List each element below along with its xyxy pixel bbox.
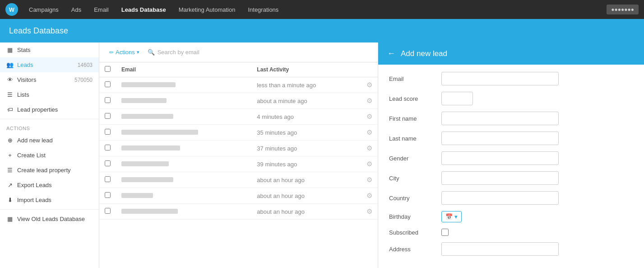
row-checkbox-3[interactable] <box>105 129 111 135</box>
gear-icon-7[interactable]: ⚙ <box>366 192 372 199</box>
main-layout: ▦ Stats 👥 Leads 14603 👁 Visitors 570050 … <box>0 42 644 268</box>
old-db-icon: ▦ <box>6 216 14 222</box>
gear-icon-3[interactable]: ⚙ <box>366 128 372 136</box>
actions-section-label: Actions <box>0 121 99 133</box>
nav-marketing-automation[interactable]: Marketing Automation <box>173 4 241 16</box>
content-area: ✏ Actions ▾ 🔍 Email Last Activity <box>99 42 378 268</box>
row-checkbox-4[interactable] <box>105 145 111 150</box>
row-checkbox-0[interactable] <box>105 81 111 87</box>
gear-cell-6: ⚙ <box>360 172 378 188</box>
create-list-icon: + <box>6 152 14 159</box>
email-cell-1 <box>116 93 251 109</box>
email-cell-7 <box>116 188 251 204</box>
toolbar: ✏ Actions ▾ 🔍 <box>99 42 378 62</box>
caret-down-icon: ▾ <box>137 49 139 55</box>
sidebar-item-lead-properties[interactable]: 🏷 Lead properties <box>0 102 99 117</box>
row-checkbox-6[interactable] <box>105 176 111 182</box>
search-input[interactable] <box>158 49 371 56</box>
label-birthday: Birthday <box>389 213 434 220</box>
gear-icon-1[interactable]: ⚙ <box>366 97 372 104</box>
sidebar-item-add-lead[interactable]: ⊕ Add new lead <box>0 133 99 148</box>
select-all-checkbox[interactable] <box>105 66 111 72</box>
visitors-badge: 570050 <box>74 77 93 83</box>
row-checkbox-cell <box>99 125 116 141</box>
form-row-lead_score: Lead score <box>389 92 633 105</box>
last-activity-cell-4: 37 minutes ago <box>251 141 360 156</box>
gear-cell-2: ⚙ <box>360 109 378 125</box>
sidebar-item-lists[interactable]: ☰ Lists <box>0 87 99 102</box>
input-lead_score[interactable] <box>441 92 473 105</box>
table-row: about a minute ago ⚙ <box>99 93 378 109</box>
user-menu[interactable]: ●●●●●●● <box>607 5 639 14</box>
gear-icon-5[interactable]: ⚙ <box>366 160 372 168</box>
gear-icon-4[interactable]: ⚙ <box>366 144 372 152</box>
gear-cell-1: ⚙ <box>360 93 378 109</box>
right-panel-title: Add new lead <box>401 49 447 58</box>
last-activity-cell-0: less than a minute ago <box>251 77 360 93</box>
form-row-last_name: Last name <box>389 132 633 145</box>
gear-icon-6[interactable]: ⚙ <box>366 176 372 183</box>
list-icon: ☰ <box>6 91 14 98</box>
row-checkbox-cell <box>99 156 116 172</box>
email-cell-4 <box>116 141 251 156</box>
sidebar-item-create-list[interactable]: + Create List <box>0 148 99 163</box>
nav-ads[interactable]: Ads <box>66 4 87 16</box>
gear-icon-2[interactable]: ⚙ <box>366 113 372 120</box>
calendar-icon: 📅 <box>445 213 453 220</box>
nav-integrations[interactable]: Integrations <box>242 4 284 16</box>
nav-campaigns[interactable]: Campaigns <box>23 4 64 16</box>
last-activity-cell-5: 39 minutes ago <box>251 156 360 172</box>
back-arrow-button[interactable]: ← <box>387 49 395 58</box>
row-checkbox-1[interactable] <box>105 97 111 103</box>
row-checkbox-cell <box>99 188 116 204</box>
sidebar-item-view-old[interactable]: ▦ View Old Leads Database <box>0 212 99 226</box>
input-address[interactable] <box>441 242 559 256</box>
sidebar-item-stats[interactable]: ▦ Stats <box>0 42 99 57</box>
input-gender[interactable] <box>441 151 559 165</box>
row-checkbox-5[interactable] <box>105 160 111 166</box>
checkbox-subscribed[interactable] <box>441 229 449 236</box>
gear-icon-0[interactable]: ⚙ <box>366 81 372 89</box>
email-cell-6 <box>116 172 251 188</box>
nav-email[interactable]: Email <box>88 4 114 16</box>
last-activity-cell-6: about an hour ago <box>251 172 360 188</box>
label-last_name: Last name <box>389 135 434 142</box>
form-row-address: Address <box>389 242 633 256</box>
label-subscribed: Subscribed <box>389 229 434 236</box>
form-row-city: City <box>389 171 633 185</box>
input-country[interactable] <box>441 191 559 205</box>
form-row-birthday: Birthday📅▾ <box>389 211 633 222</box>
actions-button[interactable]: ✏ Actions ▾ <box>107 47 142 57</box>
row-checkbox-7[interactable] <box>105 192 111 198</box>
sidebar-item-export-leads[interactable]: ↗ Export Leads <box>0 178 99 193</box>
input-city[interactable] <box>441 171 559 185</box>
row-checkbox-8[interactable] <box>105 208 111 214</box>
form-row-gender: Gender <box>389 151 633 165</box>
date-picker-birthday[interactable]: 📅▾ <box>441 211 462 222</box>
input-email[interactable] <box>441 72 559 85</box>
row-checkbox-cell <box>99 77 116 93</box>
last-activity-cell-2: 4 minutes ago <box>251 109 360 125</box>
right-panel-header: ← Add new lead <box>378 42 644 65</box>
sidebar-item-import-leads[interactable]: ⬇ Import Leads <box>0 193 99 207</box>
row-checkbox-cell <box>99 172 116 188</box>
email-cell-3 <box>116 125 251 141</box>
table-row: 39 minutes ago ⚙ <box>99 156 378 172</box>
sidebar-item-visitors[interactable]: 👁 Visitors 570050 <box>0 72 99 87</box>
nav-leads-database[interactable]: Leads Database <box>116 4 171 16</box>
sidebar-item-leads[interactable]: 👥 Leads 14603 <box>0 57 99 72</box>
row-checkbox-cell <box>99 204 116 220</box>
users-icon: 👥 <box>6 61 14 68</box>
create-property-icon: ☰ <box>6 167 14 174</box>
input-first_name[interactable] <box>441 112 559 125</box>
sidebar-divider-1 <box>0 119 99 119</box>
gear-icon-8[interactable]: ⚙ <box>366 207 372 215</box>
sidebar-item-create-property[interactable]: ☰ Create lead property <box>0 163 99 178</box>
row-checkbox-cell <box>99 93 116 109</box>
search-icon: 🔍 <box>148 49 155 56</box>
row-checkbox-2[interactable] <box>105 113 111 119</box>
input-last_name[interactable] <box>441 132 559 145</box>
leads-badge: 14603 <box>78 62 93 68</box>
right-panel-body: EmailLead scoreFirst nameLast nameGender… <box>378 65 644 268</box>
form-row-email: Email <box>389 72 633 85</box>
